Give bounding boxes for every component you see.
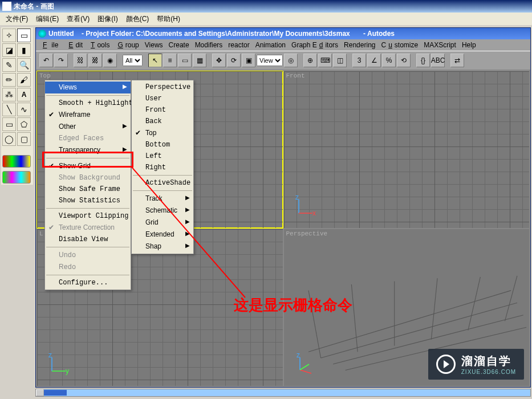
tool-fill-icon[interactable]: ▮ — [17, 43, 31, 57]
menu-help[interactable]: Help — [460, 40, 478, 50]
submenu-back[interactable]: Back — [132, 116, 193, 127]
3dsmax-app-icon — [38, 30, 46, 38]
tool-text-icon[interactable]: A — [17, 88, 31, 101]
spinner-snap-icon[interactable]: ⟲ — [397, 54, 411, 67]
submenu-grid[interactable]: Grid▶ — [132, 217, 193, 229]
submenu-activeshade[interactable]: ActiveShade — [132, 177, 193, 189]
tool-eraser-icon[interactable]: ◪ — [2, 43, 16, 57]
tool-picker-icon[interactable]: ✎ — [2, 58, 16, 72]
menu-item-clipping[interactable]: Viewport Clipping — [45, 210, 131, 222]
menu-rendering[interactable]: Rendering — [342, 40, 377, 50]
named-sel-edit-icon[interactable]: {} — [416, 54, 430, 67]
inner-title-doc: Untitled — [48, 30, 74, 38]
submenu-perspective[interactable]: Perspective — [132, 82, 193, 93]
menu-item-undo[interactable]: Undo — [45, 249, 131, 261]
tool-line-icon[interactable]: ╲ — [2, 103, 16, 116]
tool-curve-icon[interactable]: ∿ — [17, 103, 31, 116]
outer-menu-view[interactable]: 查看(V) — [63, 13, 93, 25]
outer-menu-file[interactable]: 文件(F) — [2, 13, 31, 25]
manipulate-icon[interactable]: ⊕ — [303, 54, 317, 67]
menu-item-show-bg[interactable]: Show Background — [45, 172, 131, 184]
redo-icon[interactable]: ↷ — [54, 54, 68, 67]
viewport-front[interactable]: Front z x — [284, 71, 530, 228]
tool-pencil-icon[interactable]: ✏ — [2, 73, 16, 87]
tool-zoom-icon[interactable]: 🔍 — [17, 58, 31, 72]
unlink-icon[interactable]: ⛓̸ — [88, 54, 102, 67]
tool-freeform-icon[interactable]: ✧ — [2, 28, 16, 42]
submenu-user[interactable]: User — [132, 93, 193, 104]
scroll-left-icon[interactable] — [36, 389, 44, 396]
select-region-icon[interactable]: ▭ — [178, 54, 192, 67]
tool-select-icon[interactable]: ▭ — [17, 28, 31, 42]
menu-item-other[interactable]: Other▶ — [45, 121, 131, 133]
submenu-right[interactable]: Right — [132, 162, 193, 173]
menu-file[interactable]: File — [38, 40, 63, 50]
menu-item-statistics[interactable]: Show Statistics — [45, 195, 131, 206]
outer-menu-color[interactable]: 颜色(C) — [123, 13, 153, 25]
angle-snap-icon[interactable]: ∠ — [367, 54, 381, 67]
tool-ellipse-icon[interactable]: ◯ — [2, 132, 16, 146]
submenu-track[interactable]: Track▶ — [132, 193, 193, 205]
menu-create[interactable]: Create — [166, 40, 192, 50]
bind-icon[interactable]: ◉ — [103, 54, 117, 67]
submenu-bottom[interactable]: Bottom — [132, 139, 193, 150]
selection-filter-dropdown[interactable]: All — [123, 55, 143, 66]
submenu-front[interactable]: Front — [132, 104, 193, 116]
rotate-icon[interactable]: ⟳ — [227, 54, 241, 67]
outer-menu-edit[interactable]: 编辑(E) — [33, 13, 62, 25]
menu-item-safe-frame[interactable]: Show Safe Frame — [45, 184, 131, 195]
scroll-thumb[interactable] — [44, 390, 67, 396]
axis-tripod-icon: z y — [47, 353, 70, 376]
submenu-left[interactable]: Left — [132, 150, 193, 162]
submenu-extended[interactable]: Extended▶ — [132, 229, 193, 241]
submenu-top[interactable]: ✔Top — [132, 127, 193, 139]
mirror-icon[interactable]: ⇄ — [450, 54, 464, 67]
menu-customize[interactable]: Customize — [379, 40, 420, 50]
menu-item-texture[interactable]: ✔Texture Correction — [45, 222, 131, 234]
menu-item-edged[interactable]: Edged Faces — [45, 133, 131, 144]
select-name-icon[interactable]: ≡ — [163, 54, 177, 67]
menu-group[interactable]: Group — [113, 40, 141, 50]
tool-poly-icon[interactable]: ⬠ — [17, 117, 31, 131]
menu-tools[interactable]: Tools — [86, 40, 112, 50]
menu-edit[interactable]: Edit — [64, 40, 85, 50]
submenu-schematic[interactable]: Schematic▶ — [132, 205, 193, 217]
palette-swatch-2[interactable] — [2, 171, 31, 184]
keyboard-icon[interactable]: ⌨ — [318, 54, 332, 67]
menu-item-wireframe[interactable]: ✔Wireframe — [45, 109, 131, 121]
menu-item-disable[interactable]: Disable View — [45, 234, 131, 245]
menu-item-redo[interactable]: Redo — [45, 261, 131, 273]
pivot-icon[interactable]: ◎ — [284, 54, 298, 67]
menu-modifiers[interactable]: Modifiers — [193, 40, 225, 50]
menu-views[interactable]: Views — [143, 40, 165, 50]
named-sel-icon[interactable]: ◫ — [333, 54, 347, 67]
menu-item-smooth[interactable]: Smooth + Highlights — [45, 97, 131, 109]
menu-animation[interactable]: Animation — [253, 40, 288, 50]
menu-reactor[interactable]: reactor — [226, 40, 251, 50]
menu-item-views[interactable]: Views▶ — [45, 82, 131, 93]
named-set-icon[interactable]: ABC — [431, 54, 445, 67]
horizontal-scrollbar[interactable] — [35, 389, 531, 397]
tool-rect-icon[interactable]: ▭ — [2, 117, 16, 131]
tool-spray-icon[interactable]: ⁂ — [2, 88, 16, 101]
outer-menu-help[interactable]: 帮助(H) — [153, 13, 184, 25]
menu-graph-editors[interactable]: Graph Editors — [289, 40, 340, 50]
menu-item-transparency[interactable]: Transparency▶ — [45, 144, 131, 156]
window-crossing-icon[interactable]: ▦ — [193, 54, 206, 67]
percent-snap-icon[interactable]: % — [382, 54, 396, 67]
outer-menu-image[interactable]: 图像(I) — [94, 13, 121, 25]
tool-brush-icon[interactable]: 🖌 — [17, 73, 31, 87]
link-icon[interactable]: ⛓ — [74, 54, 87, 67]
menu-item-show-grid[interactable]: ✔Show Grid — [45, 160, 131, 172]
snap-icon[interactable]: 3 — [352, 54, 366, 67]
select-cursor-icon[interactable]: ↖ — [148, 54, 162, 67]
scale-icon[interactable]: ▣ — [242, 54, 255, 67]
ref-coord-dropdown[interactable]: View — [257, 55, 283, 66]
menu-item-configure[interactable]: Configure... — [45, 277, 131, 288]
palette-swatch-1[interactable] — [2, 155, 31, 168]
undo-icon[interactable]: ↶ — [39, 54, 53, 67]
tool-roundrect-icon[interactable]: ▢ — [17, 132, 31, 146]
submenu-shape[interactable]: Shap▶ — [132, 241, 193, 253]
move-icon[interactable]: ✥ — [212, 54, 226, 67]
menu-maxscript[interactable]: MAXScript — [421, 40, 458, 50]
